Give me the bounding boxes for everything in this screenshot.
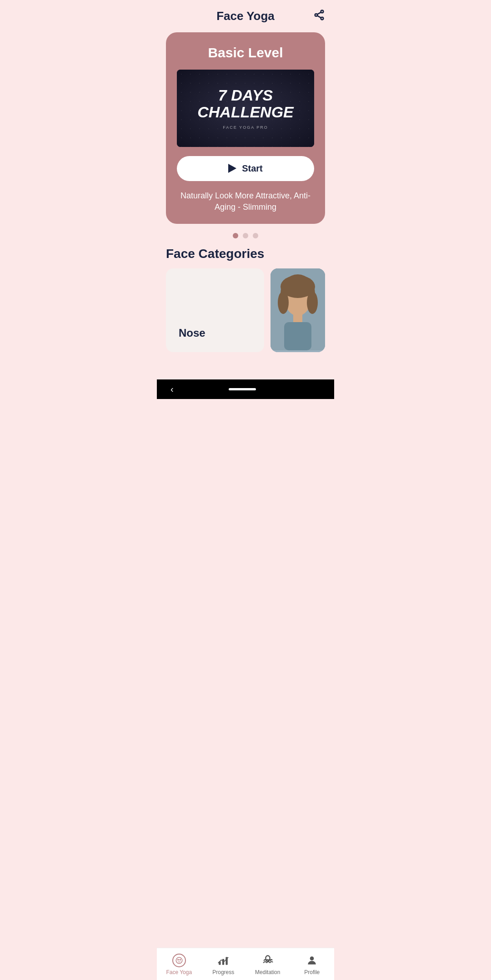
svg-line-3 bbox=[317, 12, 321, 14]
face-categories-section: Face Categories Nose bbox=[157, 247, 334, 352]
thumbnail-text: 7 DAYS CHALLENGE bbox=[197, 87, 294, 121]
play-icon bbox=[228, 164, 236, 173]
dot-3[interactable] bbox=[253, 233, 258, 238]
thumbnail-subtext: FACE YOGA PRO bbox=[223, 125, 268, 130]
level-title: Basic Level bbox=[208, 45, 283, 61]
category-label-nose: Nose bbox=[173, 321, 257, 345]
start-label: Start bbox=[242, 163, 263, 174]
share-icon bbox=[313, 9, 325, 21]
categories-row: Nose bbox=[166, 268, 325, 352]
carousel-dots bbox=[157, 233, 334, 238]
dot-2[interactable] bbox=[243, 233, 248, 238]
video-thumbnail[interactable]: 7 DAYS CHALLENGE FACE YOGA PRO bbox=[177, 70, 314, 147]
share-button[interactable] bbox=[313, 9, 325, 22]
level-card: Basic Level 7 DAYS CHALLENGE FACE YOGA P… bbox=[166, 32, 325, 224]
svg-rect-11 bbox=[293, 314, 302, 323]
back-button[interactable]: ‹ bbox=[170, 384, 174, 394]
header: Face Yoga bbox=[157, 0, 334, 28]
card-description: Naturally Look More Attractive, Anti-Agi… bbox=[177, 190, 314, 213]
svg-rect-12 bbox=[284, 322, 311, 350]
system-bar: ‹ bbox=[157, 379, 334, 399]
svg-line-4 bbox=[317, 16, 321, 18]
category-card-nose[interactable]: Nose bbox=[166, 268, 264, 352]
svg-point-10 bbox=[307, 291, 318, 314]
person-silhouette-svg bbox=[271, 268, 325, 350]
svg-point-9 bbox=[278, 291, 289, 314]
home-pill[interactable] bbox=[229, 388, 256, 390]
page-title: Face Yoga bbox=[216, 9, 275, 23]
section-title: Face Categories bbox=[166, 247, 325, 261]
category-image-face[interactable] bbox=[271, 268, 325, 352]
person-image bbox=[271, 268, 325, 352]
start-button[interactable]: Start bbox=[177, 156, 314, 181]
dot-1[interactable] bbox=[233, 233, 238, 238]
